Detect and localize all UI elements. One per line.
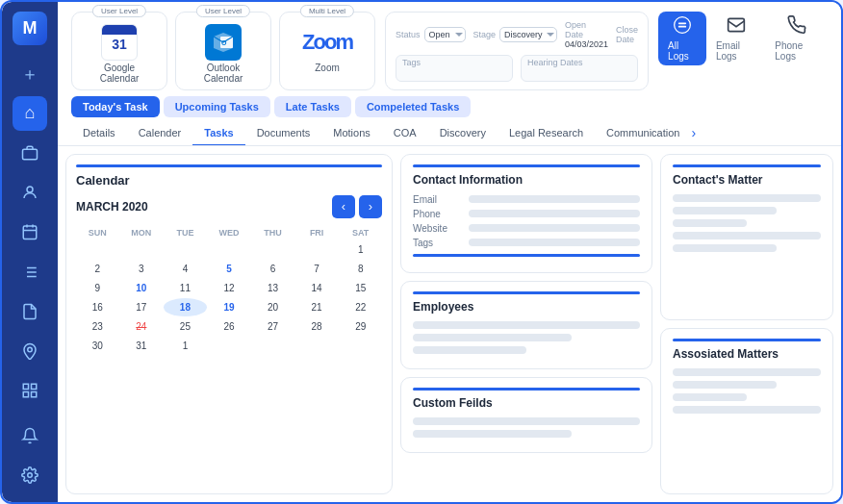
cal-day-5[interactable]: 5 bbox=[208, 260, 251, 278]
sidebar-logo[interactable]: M bbox=[13, 12, 47, 45]
gcal-card[interactable]: User Level 31 Google Calendar bbox=[71, 12, 167, 90]
cal-day-8[interactable]: 8 bbox=[339, 260, 382, 278]
tab-legal-research[interactable]: Legal Research bbox=[498, 121, 595, 146]
cal-day-14[interactable]: 14 bbox=[295, 279, 339, 297]
calendar-header: MARCH 2020 ‹ › bbox=[76, 195, 382, 218]
outlook-card[interactable]: User Level O Outlook Calendar bbox=[175, 12, 271, 90]
pin-icon[interactable] bbox=[13, 334, 47, 367]
email-logs-button[interactable]: Email Logs bbox=[706, 12, 765, 65]
cal-next-button[interactable]: › bbox=[359, 195, 382, 218]
cal-day-16[interactable]: 16 bbox=[76, 298, 119, 316]
logs-buttons: All Logs Email Logs Phone Logs bbox=[658, 12, 828, 65]
right-panel: Contact's Matter Assosiated Matters bbox=[660, 154, 833, 495]
more-tabs-icon[interactable]: › bbox=[691, 125, 696, 140]
cal-day-empty bbox=[295, 337, 339, 355]
cal-day-4[interactable]: 4 bbox=[164, 260, 207, 278]
tab-calendar[interactable]: Calender bbox=[127, 121, 193, 146]
cal-day-27[interactable]: 27 bbox=[251, 317, 294, 336]
svg-rect-15 bbox=[23, 392, 28, 397]
associated-matters-card: Assosiated Matters bbox=[660, 328, 833, 494]
calendar-icon[interactable] bbox=[13, 215, 47, 249]
cal-day-18[interactable]: 18 bbox=[164, 298, 207, 316]
day-header-sun: SUN bbox=[76, 226, 119, 239]
tab-details[interactable]: Details bbox=[71, 121, 127, 146]
briefcase-icon[interactable] bbox=[13, 137, 47, 170]
cal-day-9[interactable]: 9 bbox=[76, 279, 119, 297]
employee-line-3 bbox=[413, 346, 526, 354]
upcoming-tasks-tab[interactable]: Upcoming Tasks bbox=[164, 96, 270, 117]
zoom-card[interactable]: Multi Level Zoom Zoom bbox=[279, 12, 375, 90]
tags-field[interactable]: Tags bbox=[396, 55, 513, 82]
home-icon[interactable]: ⌂ bbox=[13, 96, 47, 130]
phone-logs-button[interactable]: Phone Logs bbox=[765, 12, 828, 65]
tab-documents[interactable]: Documents bbox=[245, 121, 322, 146]
tab-tasks[interactable]: Tasks bbox=[192, 121, 244, 146]
cal-day-24[interactable]: 24 bbox=[120, 317, 164, 336]
cal-day-15[interactable]: 15 bbox=[339, 279, 382, 297]
cal-day-26[interactable]: 26 bbox=[208, 317, 251, 336]
contact-matter-line-1 bbox=[673, 194, 821, 202]
status-select[interactable]: Open bbox=[424, 27, 466, 42]
contact-matter-line-3 bbox=[673, 219, 747, 227]
email-logs-icon bbox=[727, 15, 746, 38]
cal-day-10[interactable]: 10 bbox=[120, 279, 164, 297]
cal-day-31[interactable]: 31 bbox=[120, 337, 164, 355]
calendar-blue-bar bbox=[76, 164, 382, 167]
cal-day-7[interactable]: 7 bbox=[295, 260, 339, 278]
completed-tasks-tab[interactable]: Compeleted Tasks bbox=[355, 96, 471, 117]
cal-day-22[interactable]: 22 bbox=[339, 298, 382, 316]
cal-day bbox=[76, 240, 119, 259]
all-logs-button[interactable]: All Logs bbox=[658, 12, 706, 65]
cal-day-28[interactable]: 28 bbox=[295, 317, 339, 336]
cal-day-23[interactable]: 23 bbox=[76, 317, 119, 336]
cal-day-21[interactable]: 21 bbox=[295, 298, 339, 316]
cal-day-empty bbox=[208, 337, 251, 355]
contact-matter-blue-bar bbox=[673, 164, 821, 167]
cal-day-11[interactable]: 11 bbox=[164, 279, 207, 297]
cal-day-1[interactable]: 1 bbox=[339, 240, 382, 259]
calendar-panel: Calendar MARCH 2020 ‹ › SUN MON TUE WED … bbox=[65, 154, 393, 495]
assoc-line-3 bbox=[673, 393, 747, 401]
tab-communication[interactable]: Communication bbox=[595, 121, 691, 146]
cal-day-30[interactable]: 30 bbox=[76, 337, 119, 355]
user-icon[interactable] bbox=[13, 176, 47, 210]
grid-icon[interactable] bbox=[13, 374, 47, 408]
svg-rect-13 bbox=[23, 384, 28, 389]
cal-day-empty bbox=[339, 337, 382, 355]
cal-day-13[interactable]: 13 bbox=[251, 279, 294, 297]
cal-day-20[interactable]: 20 bbox=[251, 298, 294, 316]
cal-day-29[interactable]: 29 bbox=[339, 317, 382, 336]
tab-motions[interactable]: Motions bbox=[321, 121, 382, 146]
document-icon[interactable] bbox=[13, 294, 47, 328]
gear-icon[interactable] bbox=[13, 459, 47, 492]
close-date-group: Close Date bbox=[616, 25, 638, 44]
cal-day-17[interactable]: 17 bbox=[120, 298, 164, 316]
outlook-label: Outlook Calendar bbox=[190, 63, 257, 84]
stage-select[interactable]: Discovery bbox=[499, 27, 557, 42]
employees-blue-bar bbox=[413, 291, 640, 294]
email-row: Email bbox=[413, 194, 640, 205]
cal-day-next-1[interactable]: 1 bbox=[164, 337, 207, 355]
plus-icon[interactable]: ＋ bbox=[13, 57, 47, 90]
cal-day-19[interactable]: 19 bbox=[208, 298, 251, 316]
hearing-dates-field[interactable]: Hearing Dates bbox=[521, 55, 638, 82]
gcal-icon: 31 bbox=[101, 24, 138, 61]
cal-prev-button[interactable]: ‹ bbox=[332, 195, 355, 218]
cal-day bbox=[164, 240, 207, 259]
tab-discovery[interactable]: Discovery bbox=[428, 121, 498, 146]
tab-coa[interactable]: COA bbox=[382, 121, 428, 146]
cal-day-25[interactable]: 25 bbox=[164, 317, 207, 336]
cal-day-2[interactable]: 2 bbox=[76, 260, 119, 278]
cal-day-3[interactable]: 3 bbox=[120, 260, 164, 278]
list-icon[interactable] bbox=[13, 255, 47, 289]
today-task-tab[interactable]: Today's Task bbox=[71, 96, 160, 117]
cal-day bbox=[208, 240, 251, 259]
late-tasks-tab[interactable]: Late Tasks bbox=[274, 96, 351, 117]
cal-day bbox=[251, 240, 294, 259]
day-header-tue: TUE bbox=[164, 226, 207, 239]
cal-day-12[interactable]: 12 bbox=[208, 279, 251, 297]
cal-day-6[interactable]: 6 bbox=[251, 260, 294, 278]
zoom-icon: Zoom bbox=[309, 24, 345, 61]
bell-icon[interactable] bbox=[13, 419, 47, 453]
open-date-label: Open Date bbox=[565, 20, 586, 39]
